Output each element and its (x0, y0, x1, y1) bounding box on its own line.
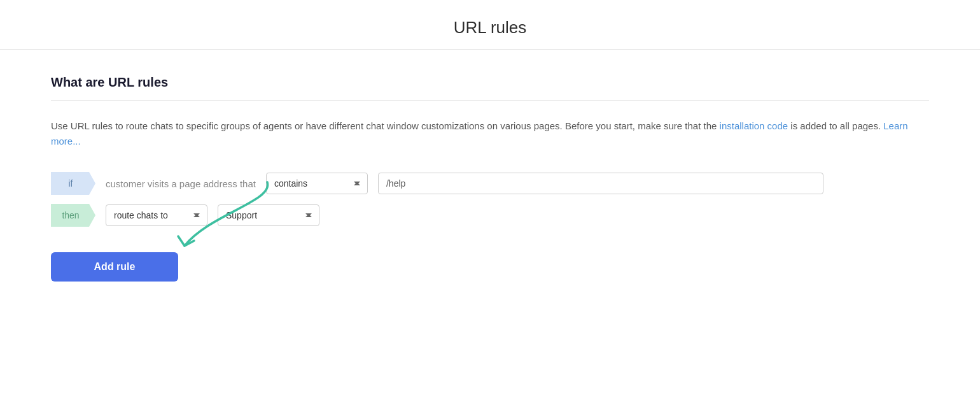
then-badge: then (51, 204, 95, 227)
add-rule-button[interactable]: Add rule (51, 252, 178, 282)
page-title: URL rules (0, 18, 980, 38)
main-content: What are URL rules Use URL rules to rout… (25, 50, 955, 307)
then-row: then route chats to assign to agent appl… (51, 204, 929, 227)
section-divider (51, 100, 929, 101)
rule-builder: if customer visits a page address that c… (51, 172, 929, 227)
section-title: What are URL rules (51, 75, 929, 90)
installation-code-link[interactable]: installation code (720, 120, 788, 131)
url-input[interactable] (378, 173, 823, 194)
action-select[interactable]: route chats to assign to agent apply tag (106, 204, 207, 226)
description-text: Use URL rules to route chats to specific… (51, 118, 929, 149)
group-select[interactable]: Support Sales Technical Billing (218, 204, 319, 226)
contains-select[interactable]: contains does not contain starts with en… (266, 173, 368, 194)
page-header: URL rules (0, 0, 980, 50)
add-rule-area: Add rule (51, 252, 178, 282)
if-row: if customer visits a page address that c… (51, 172, 929, 195)
if-badge: if (51, 172, 95, 195)
condition-label: customer visits a page address that (106, 178, 256, 189)
